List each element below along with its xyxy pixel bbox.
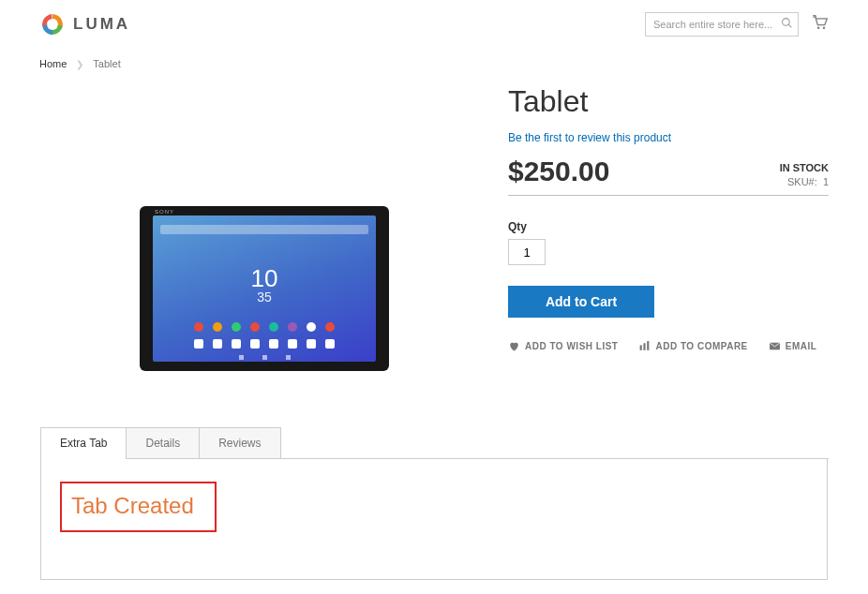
product-main: SONY 10 35 [39, 84, 829, 371]
device-nav-row [153, 355, 376, 360]
qty-label: Qty [508, 220, 829, 233]
qty-input[interactable] [508, 239, 546, 265]
sku-value: 1 [823, 176, 829, 187]
header-right [645, 12, 829, 37]
wishlist-link[interactable]: ADD TO WISH LIST [508, 340, 618, 352]
price-row: $250.00 IN STOCK SKU#: 1 [508, 156, 829, 196]
cart-icon [810, 13, 829, 32]
tab-details[interactable]: Details [126, 427, 200, 458]
search-button[interactable] [781, 17, 793, 32]
compare-label: ADD TO COMPARE [655, 341, 747, 351]
sku-label: SKU#: [787, 176, 817, 187]
svg-rect-9 [644, 343, 646, 350]
header: LUMA [39, 11, 829, 51]
logo-text: LUMA [73, 15, 130, 34]
add-to-cart-button[interactable]: Add to Cart [508, 286, 654, 318]
compare-link[interactable]: ADD TO COMPARE [638, 340, 747, 352]
device-clock-hour: 10 [251, 266, 278, 290]
svg-rect-10 [648, 341, 650, 350]
sku: SKU#: 1 [780, 176, 829, 187]
review-link[interactable]: Be the first to review this product [508, 131, 671, 144]
compare-icon [638, 340, 651, 352]
svg-point-7 [823, 27, 826, 30]
tab-extra[interactable]: Extra Tab [40, 427, 127, 458]
svg-point-6 [817, 27, 820, 30]
price: $250.00 [508, 156, 609, 187]
logo[interactable]: LUMA [39, 11, 130, 37]
email-link[interactable]: EMAIL [769, 340, 817, 352]
tab-content: Tab Created [40, 459, 828, 580]
device-screen: 10 35 [153, 215, 376, 362]
tab-reviews[interactable]: Reviews [199, 427, 280, 458]
breadcrumb: Home ❯ Tablet [39, 51, 829, 84]
tabs-nav: Extra Tab Details Reviews [40, 427, 829, 459]
tabs: Extra Tab Details Reviews Tab Created [39, 427, 829, 580]
email-icon [769, 340, 781, 352]
heart-icon [508, 340, 520, 352]
product-image[interactable]: SONY 10 35 [140, 206, 389, 371]
tab-content-text: Tab Created [71, 493, 194, 518]
luma-logo-icon [39, 11, 66, 37]
search-icon [781, 17, 793, 29]
chevron-right-icon: ❯ [76, 59, 83, 69]
email-label: EMAIL [786, 341, 817, 351]
device-clock-min: 35 [251, 290, 278, 304]
search-input[interactable] [645, 12, 799, 37]
device-search-bar [160, 225, 368, 234]
device-clock: 10 35 [251, 266, 278, 304]
breadcrumb-home[interactable]: Home [39, 58, 67, 69]
search-wrap [645, 12, 799, 37]
svg-point-4 [783, 19, 790, 26]
breadcrumb-current: Tablet [93, 58, 120, 69]
highlight-annotation: Tab Created [60, 482, 217, 532]
stock-info: IN STOCK SKU#: 1 [780, 162, 829, 187]
stock-status: IN STOCK [780, 162, 829, 173]
wishlist-label: ADD TO WISH LIST [525, 341, 618, 351]
device-brand: SONY [155, 209, 174, 215]
cart-button[interactable] [810, 13, 829, 36]
svg-line-5 [788, 24, 791, 27]
svg-rect-8 [640, 345, 642, 349]
product-info: Tablet Be the first to review this produ… [508, 84, 829, 371]
page-title: Tablet [508, 84, 829, 119]
device-apps-row-1 [153, 322, 376, 332]
device-apps-row-2 [153, 339, 376, 349]
product-gallery: SONY 10 35 [39, 84, 489, 371]
secondary-actions: ADD TO WISH LIST ADD TO COMPARE EMAIL [508, 340, 829, 352]
